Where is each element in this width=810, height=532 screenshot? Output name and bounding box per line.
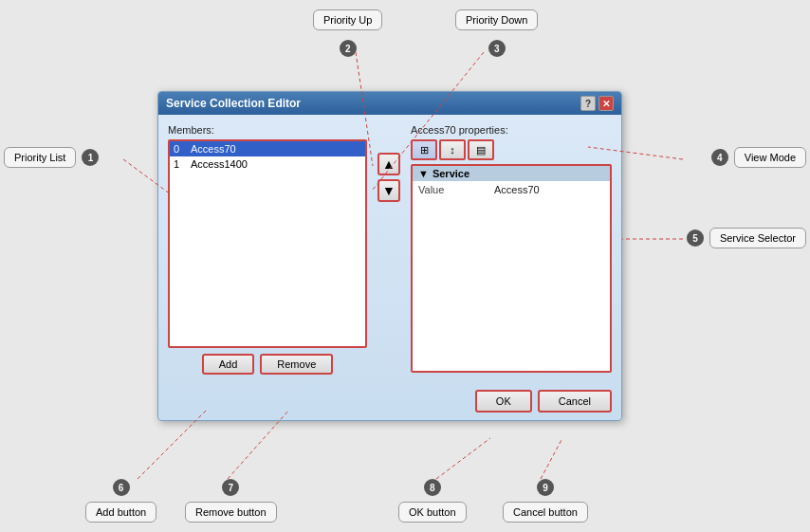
- badge-ok-button: 8: [424, 479, 441, 496]
- properties-label: Access70 properties:: [411, 124, 612, 136]
- callout-priority-up: Priority Up 2: [313, 9, 382, 57]
- callout-box-priority-up: Priority Up: [313, 9, 382, 30]
- callout-box-priority-list: Priority List: [4, 147, 76, 168]
- callout-label-priority-down: Priority Down: [466, 14, 527, 26]
- remove-button[interactable]: Remove: [260, 354, 333, 375]
- service-selector[interactable]: ▼ Service Value Access70: [411, 164, 612, 373]
- badge-priority-up: 2: [340, 40, 357, 57]
- callout-box-view-mode: View Mode: [734, 147, 806, 168]
- callout-label-cancel-button: Cancel button: [513, 506, 578, 518]
- arrow-column: ▲ ▼: [375, 124, 403, 375]
- add-button[interactable]: Add: [202, 354, 255, 375]
- ok-button[interactable]: OK: [475, 390, 532, 413]
- svg-line-8: [541, 438, 562, 479]
- badge-service-selector: 5: [687, 229, 704, 247]
- priority-down-button[interactable]: ▼: [377, 179, 400, 202]
- prop-section-header: ▼ Service: [413, 166, 610, 181]
- callout-box-priority-down: Priority Down: [455, 9, 538, 30]
- callout-label-service-selector: Service Selector: [720, 232, 796, 244]
- callout-label-remove-button: Remove button: [195, 506, 267, 518]
- badge-priority-down: 3: [488, 40, 506, 57]
- section-title: Service: [433, 168, 469, 179]
- members-label: Members:: [168, 124, 367, 136]
- svg-line-7: [436, 438, 490, 479]
- right-panel: Access70 properties: ⊞ ↕ ▤ ▼ Service Val…: [411, 124, 612, 375]
- callout-view-mode: 4 View Mode: [711, 147, 806, 168]
- badge-add-button: 6: [113, 479, 130, 496]
- badge-view-mode: 4: [711, 149, 728, 166]
- help-button[interactable]: ?: [580, 96, 596, 111]
- priority-up-button[interactable]: ▲: [377, 153, 400, 175]
- callout-label-priority-up: Priority Up: [323, 14, 372, 26]
- callout-remove-button: 7 Remove button: [185, 479, 277, 523]
- dialog-footer: OK Cancel: [158, 384, 621, 420]
- callout-box-remove-button: Remove button: [185, 502, 277, 523]
- callout-label-view-mode: View Mode: [745, 152, 796, 163]
- cancel-button[interactable]: Cancel: [538, 390, 612, 413]
- callout-box-cancel-button: Cancel button: [503, 502, 588, 523]
- priority-list[interactable]: 0 Access70 1 Access1400: [168, 139, 367, 348]
- service-collection-editor-dialog: Service Collection Editor ? ✕ Members: 0…: [157, 91, 622, 421]
- prop-key: Value: [418, 184, 494, 195]
- callout-label-ok-button: OK button: [409, 506, 456, 518]
- callout-priority-down: Priority Down 3: [455, 9, 538, 57]
- callout-cancel-button: 9 Cancel button: [503, 479, 588, 523]
- dialog-title: Service Collection Editor: [166, 97, 301, 110]
- callout-box-ok-button: OK button: [398, 502, 467, 523]
- callout-service-selector: 5 Service Selector: [687, 228, 806, 248]
- callout-label-priority-list: Priority List: [14, 152, 65, 163]
- dialog-titlebar: Service Collection Editor ? ✕: [158, 92, 621, 115]
- badge-priority-list: 1: [82, 149, 99, 166]
- dialog-body: Members: 0 Access70 1 Access1400 Add Rem…: [158, 115, 621, 384]
- titlebar-buttons: ? ✕: [580, 96, 614, 111]
- close-button[interactable]: ✕: [598, 96, 614, 111]
- badge-cancel-button: 9: [537, 479, 554, 496]
- callout-box-service-selector: Service Selector: [709, 228, 806, 248]
- callout-add-button: 6 Add button: [85, 479, 156, 523]
- view-mode-button-3[interactable]: ▤: [468, 139, 494, 160]
- prop-row: Value Access70: [413, 181, 610, 198]
- view-mode-bar: ⊞ ↕ ▤: [411, 139, 612, 160]
- badge-remove-button: 7: [222, 479, 239, 496]
- list-item[interactable]: 1 Access1400: [170, 156, 365, 172]
- prop-value: Access70: [494, 184, 540, 195]
- view-mode-button-2[interactable]: ↕: [439, 139, 466, 160]
- callout-priority-list: Priority List 1: [4, 147, 99, 168]
- callout-label-add-button: Add button: [96, 506, 146, 518]
- collapse-icon: ▼: [418, 168, 429, 179]
- view-mode-button-1[interactable]: ⊞: [411, 139, 437, 160]
- left-panel: Members: 0 Access70 1 Access1400 Add Rem…: [168, 124, 367, 375]
- list-item[interactable]: 0 Access70: [170, 141, 365, 156]
- callout-ok-button: 8 OK button: [398, 479, 467, 523]
- callout-box-add-button: Add button: [85, 502, 156, 523]
- left-buttons: Add Remove: [168, 354, 367, 375]
